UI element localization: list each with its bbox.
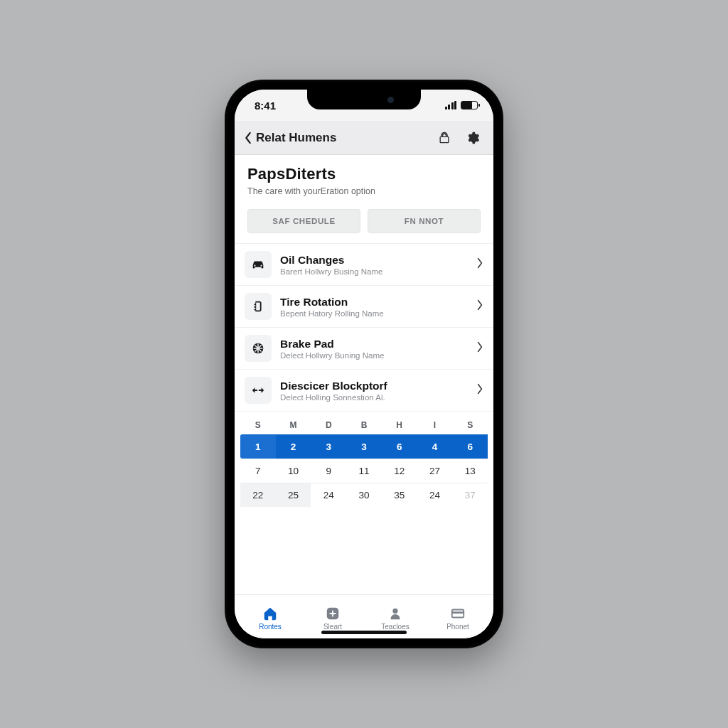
list-item[interactable]: Brake Pad Delect Hollwry Buning Name: [235, 328, 493, 370]
list-item-title: Oil Changes: [280, 254, 468, 267]
tab-label: Rontes: [259, 623, 282, 631]
calendar-day[interactable]: 6: [452, 434, 488, 459]
weekday: I: [417, 416, 453, 434]
card-icon: [450, 606, 466, 621]
calendar-day[interactable]: 24: [417, 483, 453, 507]
chevron-right-icon: [476, 257, 483, 272]
calendar-day[interactable]: 22: [240, 483, 276, 507]
list-item[interactable]: Tire Rotation Bepent Hatory Rolling Name: [235, 286, 493, 328]
chevron-right-icon: [476, 299, 483, 314]
car-icon: [245, 251, 272, 278]
tab-home[interactable]: Rontes: [239, 598, 301, 638]
chevron-left-icon: [243, 132, 253, 144]
calendar-day[interactable]: 37: [452, 483, 488, 507]
calendar-day[interactable]: 3: [346, 434, 382, 459]
weekday: M: [276, 416, 311, 434]
calendar-day[interactable]: 1: [240, 434, 276, 459]
calendar-day[interactable]: 27: [417, 459, 453, 483]
list-item-title: Diescicer Blockptorf: [280, 380, 468, 392]
person-icon: [387, 606, 403, 621]
weekday: S: [452, 416, 488, 434]
arrows-icon: [245, 377, 272, 404]
calendar-day[interactable]: 30: [346, 483, 382, 507]
content: PapsDiterts The care with yourEration op…: [235, 155, 493, 594]
weekday: D: [311, 416, 346, 434]
page-subtitle: The care with yourEration option: [247, 186, 481, 196]
calendar-day[interactable]: 6: [382, 434, 417, 459]
calendar-day[interactable]: 35: [382, 483, 417, 507]
back-label: Relat Humens: [256, 131, 336, 145]
nav-bar: Relat Humens: [235, 121, 493, 155]
list-item-subtitle: Barert Hollwry Busing Name: [280, 267, 468, 276]
calendar-day[interactable]: 12: [382, 459, 417, 483]
list-item-subtitle: Delect Hollwry Buning Name: [280, 351, 468, 360]
weekday: B: [346, 416, 382, 434]
calendar-day[interactable]: 24: [311, 483, 346, 507]
calendar-day[interactable]: 2: [276, 434, 311, 459]
svg-rect-7: [452, 611, 464, 614]
calendar-day[interactable]: 7: [240, 459, 276, 483]
calendar-row[interactable]: 22 25 24 30 35 24 37: [240, 483, 488, 507]
notch: [307, 90, 421, 109]
segmented-control: SAF CHEDULE FN NNOT: [235, 203, 493, 244]
hero: PapsDiterts The care with yourEration op…: [235, 155, 493, 203]
back-button[interactable]: Relat Humens: [243, 131, 336, 145]
service-list: Oil Changes Barert Hollwry Busing Name T…: [235, 244, 493, 412]
screen: 8:41 Relat Humens PapsDiter: [235, 90, 493, 638]
weekday: S: [240, 416, 276, 434]
cellular-signal-icon: [445, 101, 457, 109]
segment-not[interactable]: FN NNOT: [368, 209, 481, 233]
calendar-day[interactable]: 10: [276, 459, 311, 483]
gear-icon: [466, 131, 480, 145]
list-item-subtitle: Delect Holling Sonnestion Al.: [280, 393, 468, 402]
list-item-subtitle: Bepent Hatory Rolling Name: [280, 309, 468, 318]
calendar-weekdays: S M D B H I S: [240, 416, 488, 434]
calendar-day[interactable]: 9: [311, 459, 346, 483]
calendar-day[interactable]: 11: [346, 459, 382, 483]
tire-icon: [245, 293, 272, 320]
settings-button[interactable]: [461, 126, 485, 150]
plus-icon: [325, 606, 341, 621]
phone-frame: 8:41 Relat Humens PapsDiter: [225, 80, 503, 648]
lock-button[interactable]: [432, 126, 456, 150]
calendar-row[interactable]: 7 10 9 11 12 27 13: [240, 459, 488, 483]
chevron-right-icon: [476, 341, 483, 355]
list-item[interactable]: Oil Changes Barert Hollwry Busing Name: [235, 244, 493, 286]
lock-icon: [437, 131, 451, 145]
home-icon: [262, 606, 278, 621]
list-item-title: Tire Rotation: [280, 296, 468, 309]
segment-schedule[interactable]: SAF CHEDULE: [247, 209, 360, 233]
home-indicator[interactable]: [321, 631, 407, 634]
status-time: 8:41: [255, 100, 276, 112]
tab-card[interactable]: Phonet: [427, 598, 489, 638]
weekday: H: [382, 416, 417, 434]
chevron-right-icon: [476, 383, 483, 397]
list-item-title: Brake Pad: [280, 338, 468, 350]
brake-icon: [245, 335, 272, 362]
tab-label: Phonet: [446, 623, 469, 631]
calendar-day[interactable]: 3: [311, 434, 346, 459]
tab-label: Sleart: [323, 623, 342, 631]
calendar-day[interactable]: 13: [452, 459, 488, 483]
tab-label: Teacloes: [381, 623, 409, 631]
battery-icon: [461, 101, 478, 109]
list-item[interactable]: Diescicer Blockptorf Delect Holling Sonn…: [235, 370, 493, 412]
calendar-day[interactable]: 25: [276, 483, 311, 507]
calendar-row[interactable]: 1 2 3 3 6 4 6: [240, 434, 488, 459]
calendar: S M D B H I S 1 2 3 3 6 4 6: [235, 412, 493, 507]
page-title: PapsDiterts: [247, 165, 481, 183]
calendar-day[interactable]: 4: [417, 434, 453, 459]
